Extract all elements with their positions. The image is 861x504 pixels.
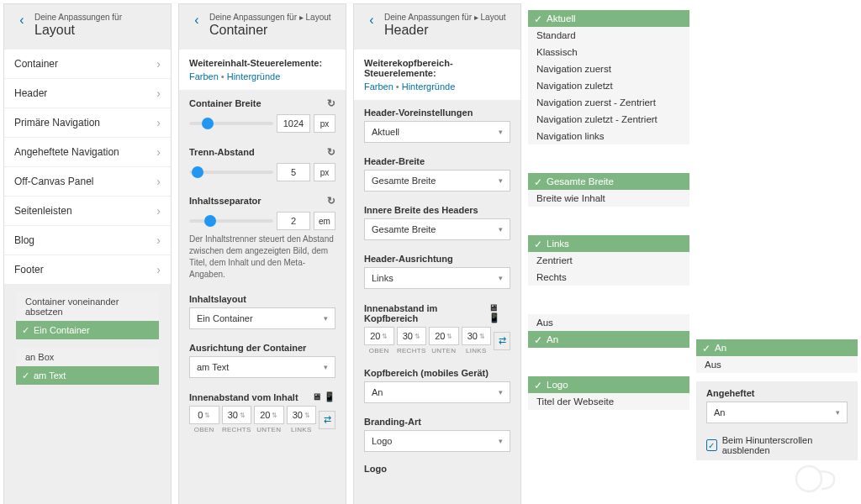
layout-menu-item[interactable]: Seitenleisten› xyxy=(4,197,171,226)
chevron-right-icon: › xyxy=(156,234,161,247)
reset-icon[interactable]: ↻ xyxy=(327,146,335,158)
page-title: Container xyxy=(209,23,335,38)
layout-menu-item[interactable]: Container› xyxy=(4,50,171,79)
dropdown-option[interactable]: Aus xyxy=(696,356,858,373)
back-icon[interactable]: ‹ xyxy=(189,13,204,28)
padding-input[interactable]: 30 ⇅ xyxy=(462,327,492,345)
dropdown-option[interactable]: Navigation zuerst xyxy=(528,60,689,77)
chevron-right-icon: › xyxy=(156,57,161,71)
padding-input[interactable]: 0 ⇅ xyxy=(189,406,219,424)
control-padding: Innenabstand vom Inhalt🖥📱 0 ⇅OBEN30 ⇅REC… xyxy=(179,385,346,440)
mobile-icon[interactable]: 📱 xyxy=(489,312,500,323)
option-separate[interactable]: Container voneinander absetzen xyxy=(16,292,159,321)
checkbox-icon: ✓ xyxy=(706,439,717,451)
option-one-container[interactable]: Ein Container xyxy=(16,321,159,339)
branding-options: LogoTitel der Webseite xyxy=(528,376,689,410)
panel-header: ‹ Deine Anpassungen für Layout xyxy=(4,4,171,46)
unit-select[interactable]: px xyxy=(314,114,335,133)
branding-select[interactable]: Logo▾ xyxy=(364,430,510,452)
dropdown-option[interactable]: Gesamte Breite xyxy=(528,173,689,190)
link-colors[interactable]: Farben xyxy=(189,71,219,81)
padding-input[interactable]: 30 ⇅ xyxy=(287,406,317,424)
back-icon[interactable]: ‹ xyxy=(14,13,29,28)
link-backgrounds[interactable]: Hintergründe xyxy=(402,81,456,92)
option-box[interactable]: an Box xyxy=(16,348,159,366)
dropdown-option[interactable]: Klassisch xyxy=(528,44,689,60)
desktop-icon[interactable]: 🖥 xyxy=(489,302,498,312)
dropdown-option[interactable]: Rechts xyxy=(528,269,689,286)
dropdown-option[interactable]: Aus xyxy=(528,314,689,331)
dropdown-option[interactable]: Breite wie Inhalt xyxy=(528,190,689,207)
dropdown-option[interactable]: Navigation links xyxy=(528,128,689,144)
link-colors[interactable]: Farben xyxy=(364,81,394,92)
gap-input[interactable]: 5 xyxy=(277,163,310,181)
control-header-padding: Innenabstand im Kopfbereich🖥📱 20 ⇅OBEN30… xyxy=(354,296,520,361)
reset-icon[interactable]: ↻ xyxy=(327,97,335,109)
layout-menu-item[interactable]: Footer› xyxy=(4,255,171,284)
layout-menu-item[interactable]: Angeheftete Navigation› xyxy=(4,138,171,167)
width-slider[interactable] xyxy=(189,122,273,125)
sep-slider[interactable] xyxy=(189,219,273,223)
align-select[interactable]: am Text▾ xyxy=(189,356,335,378)
panel-container: ‹ Deine Anpassungen für ▸ Layout Contain… xyxy=(178,3,346,504)
layout-menu-item[interactable]: Primäre Navigation› xyxy=(4,108,171,138)
width-input[interactable]: 1024 xyxy=(277,114,310,133)
padding-input[interactable]: 20 ⇅ xyxy=(429,327,459,345)
sep-input[interactable]: 2 xyxy=(277,212,310,230)
mobile-options: AusAn xyxy=(528,314,689,348)
mobile-options-2: AnAus xyxy=(696,339,858,373)
dropdown-option[interactable]: Titel der Webseite xyxy=(528,393,689,410)
dropdown-option[interactable]: Standard xyxy=(528,27,689,44)
gap-slider[interactable] xyxy=(189,171,273,174)
inner-width-select[interactable]: Gesamte Breite▾ xyxy=(364,218,510,240)
padding-input[interactable]: 20 ⇅ xyxy=(364,327,394,345)
unit-select[interactable]: em xyxy=(314,212,335,230)
dropdown-option[interactable]: An xyxy=(528,331,689,348)
chevron-right-icon: › xyxy=(156,204,161,218)
dropdown-option[interactable]: An xyxy=(696,339,858,356)
dropdown-option[interactable]: Navigation zuletzt xyxy=(528,77,689,94)
dropdown-option[interactable]: Navigation zuletzt - Zentriert xyxy=(528,111,689,128)
layout-menu-item[interactable]: Blog› xyxy=(4,226,171,255)
layout-select[interactable]: Ein Container▾ xyxy=(189,307,335,329)
layout-menu-item[interactable]: Header› xyxy=(4,79,171,108)
chevron-right-icon: › xyxy=(156,116,161,129)
link-backgrounds[interactable]: Hintergründe xyxy=(227,71,281,81)
sticky-select[interactable]: An▾ xyxy=(706,402,848,423)
reset-icon[interactable]: ↻ xyxy=(327,195,335,207)
breadcrumb: Deine Anpassungen für ▸ Layout xyxy=(209,13,335,22)
hide-on-scroll-checkbox[interactable]: ✓ Beim Hinunterscrollen ausblenden xyxy=(696,430,858,460)
panel-header: ‹ Deine Anpassungen für ▸ Layout Contain… xyxy=(179,4,346,46)
header-align-select[interactable]: Links▾ xyxy=(364,267,510,289)
preset-select[interactable]: Aktuell▾ xyxy=(364,121,510,143)
header-width-select[interactable]: Gesamte Breite▾ xyxy=(364,170,510,192)
padding-input[interactable]: 30 ⇅ xyxy=(397,327,427,345)
control-gap: Trenn-Abstand↻ 5 px xyxy=(179,139,346,188)
layout-menu-item[interactable]: Off-Canvas Panel› xyxy=(4,167,171,197)
padding-input[interactable]: 20 ⇅ xyxy=(254,406,284,424)
dropdown-option[interactable]: Logo xyxy=(528,376,689,393)
dropdown-option[interactable]: Zentriert xyxy=(528,252,689,269)
container-mode-options: Container voneinander absetzen Ein Conta… xyxy=(16,292,159,339)
padding-input[interactable]: 30 ⇅ xyxy=(222,406,252,424)
link-padding-icon[interactable]: ⇄ xyxy=(319,411,335,429)
desktop-icon[interactable]: 🖥 xyxy=(312,391,321,402)
panel-dropdowns: AktuellStandardKlassischNavigation zuers… xyxy=(528,3,689,504)
control-container-width: Container Breite↻ 1024 px xyxy=(179,91,346,139)
control-separator: Inhaltsseparator↻ 2 em Der Inhaltstrenne… xyxy=(179,188,346,287)
breadcrumb: Deine Anpassungen für ▸ Layout xyxy=(384,13,510,22)
link-padding-icon[interactable]: ⇄ xyxy=(494,332,510,350)
unit-select[interactable]: px xyxy=(314,163,335,181)
align-options: an Box am Text xyxy=(16,348,159,385)
option-text[interactable]: am Text xyxy=(16,366,159,385)
dropdown-option[interactable]: Aktuell xyxy=(528,10,689,27)
mobile-header-select[interactable]: An▾ xyxy=(364,381,510,403)
page-title: Layout xyxy=(34,23,161,38)
control-content-layout: Inhaltslayout Ein Container▾ xyxy=(179,287,346,336)
panel-sticky: AnAus Angeheftet An▾ ✓ Beim Hinunterscro… xyxy=(696,3,858,504)
back-icon[interactable]: ‹ xyxy=(364,13,379,28)
mobile-icon[interactable]: 📱 xyxy=(324,391,335,402)
dropdown-option[interactable]: Navigation zuerst - Zentriert xyxy=(528,94,689,111)
dropdown-option[interactable]: Links xyxy=(528,235,689,252)
help-text: Der Inhaltstrenner steuert den Abstand z… xyxy=(189,234,335,281)
